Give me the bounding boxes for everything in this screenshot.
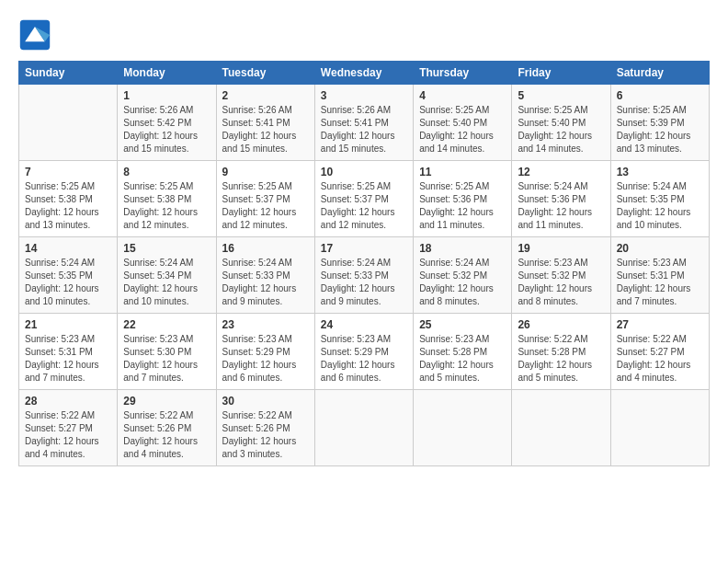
day-info: Sunrise: 5:23 AMSunset: 5:31 PMDaylight:… xyxy=(617,257,703,308)
calendar-day-cell: 13Sunrise: 5:24 AMSunset: 5:35 PMDayligh… xyxy=(610,161,709,237)
calendar-day-cell: 8Sunrise: 5:25 AMSunset: 5:38 PMDaylight… xyxy=(118,161,216,237)
day-number: 16 xyxy=(222,242,309,255)
calendar-day-cell: 5Sunrise: 5:25 AMSunset: 5:40 PMDaylight… xyxy=(512,85,610,161)
day-number: 8 xyxy=(123,166,210,178)
calendar-day-cell: 24Sunrise: 5:23 AMSunset: 5:29 PMDayligh… xyxy=(314,314,413,390)
calendar-day-cell: 6Sunrise: 5:25 AMSunset: 5:39 PMDaylight… xyxy=(610,85,709,161)
calendar-day-cell: 16Sunrise: 5:24 AMSunset: 5:33 PMDayligh… xyxy=(216,237,314,314)
day-info: Sunrise: 5:24 AMSunset: 5:35 PMDaylight:… xyxy=(617,180,703,232)
day-info: Sunrise: 5:25 AMSunset: 5:36 PMDaylight:… xyxy=(419,180,506,232)
day-number: 26 xyxy=(518,318,604,331)
calendar-day-cell: 26Sunrise: 5:22 AMSunset: 5:28 PMDayligh… xyxy=(512,314,610,390)
day-info: Sunrise: 5:25 AMSunset: 5:39 PMDaylight:… xyxy=(617,104,703,155)
day-info: Sunrise: 5:23 AMSunset: 5:30 PMDaylight:… xyxy=(123,333,210,385)
day-info: Sunrise: 5:23 AMSunset: 5:31 PMDaylight:… xyxy=(25,333,111,385)
calendar-day-cell: 22Sunrise: 5:23 AMSunset: 5:30 PMDayligh… xyxy=(118,314,216,390)
day-info: Sunrise: 5:25 AMSunset: 5:37 PMDaylight:… xyxy=(222,180,309,232)
calendar-day-cell xyxy=(610,390,709,466)
calendar-day-cell: 4Sunrise: 5:25 AMSunset: 5:40 PMDaylight… xyxy=(414,85,512,161)
day-info: Sunrise: 5:26 AMSunset: 5:41 PMDaylight:… xyxy=(321,104,407,155)
day-info: Sunrise: 5:24 AMSunset: 5:35 PMDaylight:… xyxy=(25,257,111,308)
day-number: 6 xyxy=(617,89,703,102)
day-info: Sunrise: 5:26 AMSunset: 5:42 PMDaylight:… xyxy=(123,104,210,155)
calendar-body: 1Sunrise: 5:26 AMSunset: 5:42 PMDaylight… xyxy=(19,85,710,466)
day-number: 7 xyxy=(25,166,111,178)
calendar-day-cell: 29Sunrise: 5:22 AMSunset: 5:26 PMDayligh… xyxy=(118,390,216,466)
day-number: 25 xyxy=(419,318,506,331)
calendar-week-row: 7Sunrise: 5:25 AMSunset: 5:38 PMDaylight… xyxy=(19,161,710,237)
day-number: 20 xyxy=(617,242,703,255)
day-info: Sunrise: 5:25 AMSunset: 5:40 PMDaylight:… xyxy=(419,104,506,155)
calendar-day-cell xyxy=(314,390,413,466)
calendar-day-cell: 27Sunrise: 5:22 AMSunset: 5:27 PMDayligh… xyxy=(610,314,709,390)
day-info: Sunrise: 5:22 AMSunset: 5:26 PMDaylight:… xyxy=(222,409,309,461)
weekday-header-row: SundayMondayTuesdayWednesdayThursdayFrid… xyxy=(19,62,710,85)
day-number: 5 xyxy=(518,89,604,102)
day-number: 28 xyxy=(25,395,111,408)
weekday-header-cell: Tuesday xyxy=(216,62,314,85)
day-info: Sunrise: 5:25 AMSunset: 5:38 PMDaylight:… xyxy=(123,180,210,232)
day-number: 30 xyxy=(222,395,309,408)
calendar-day-cell: 21Sunrise: 5:23 AMSunset: 5:31 PMDayligh… xyxy=(19,314,118,390)
day-number: 15 xyxy=(123,242,210,255)
weekday-header-cell: Monday xyxy=(118,62,216,85)
day-info: Sunrise: 5:23 AMSunset: 5:29 PMDaylight:… xyxy=(222,333,309,385)
day-number: 2 xyxy=(222,89,309,102)
day-number: 22 xyxy=(123,318,210,331)
calendar-day-cell: 1Sunrise: 5:26 AMSunset: 5:42 PMDaylight… xyxy=(118,85,216,161)
calendar-day-cell: 7Sunrise: 5:25 AMSunset: 5:38 PMDaylight… xyxy=(19,161,118,237)
logo-icon xyxy=(18,18,51,52)
calendar-day-cell: 30Sunrise: 5:22 AMSunset: 5:26 PMDayligh… xyxy=(216,390,314,466)
day-info: Sunrise: 5:24 AMSunset: 5:36 PMDaylight:… xyxy=(518,180,604,232)
calendar-day-cell: 2Sunrise: 5:26 AMSunset: 5:41 PMDaylight… xyxy=(216,85,314,161)
day-number: 9 xyxy=(222,166,309,178)
calendar-week-row: 28Sunrise: 5:22 AMSunset: 5:27 PMDayligh… xyxy=(19,390,710,466)
calendar-day-cell xyxy=(19,85,118,161)
calendar-week-row: 1Sunrise: 5:26 AMSunset: 5:42 PMDaylight… xyxy=(19,85,710,161)
day-info: Sunrise: 5:22 AMSunset: 5:26 PMDaylight:… xyxy=(123,409,210,461)
day-number: 19 xyxy=(518,242,604,255)
calendar-day-cell xyxy=(414,390,512,466)
calendar-day-cell: 25Sunrise: 5:23 AMSunset: 5:28 PMDayligh… xyxy=(414,314,512,390)
logo xyxy=(18,18,57,52)
weekday-header-cell: Wednesday xyxy=(314,62,413,85)
day-info: Sunrise: 5:24 AMSunset: 5:32 PMDaylight:… xyxy=(419,257,506,308)
day-number: 21 xyxy=(25,318,111,331)
day-number: 13 xyxy=(617,166,703,178)
calendar-day-cell: 15Sunrise: 5:24 AMSunset: 5:34 PMDayligh… xyxy=(118,237,216,314)
day-info: Sunrise: 5:24 AMSunset: 5:33 PMDaylight:… xyxy=(222,257,309,308)
calendar-day-cell: 3Sunrise: 5:26 AMSunset: 5:41 PMDaylight… xyxy=(314,85,413,161)
calendar-day-cell: 19Sunrise: 5:23 AMSunset: 5:32 PMDayligh… xyxy=(512,237,610,314)
calendar-table: SundayMondayTuesdayWednesdayThursdayFrid… xyxy=(18,61,710,466)
day-number: 10 xyxy=(321,166,407,178)
day-info: Sunrise: 5:23 AMSunset: 5:29 PMDaylight:… xyxy=(321,333,407,385)
day-info: Sunrise: 5:24 AMSunset: 5:34 PMDaylight:… xyxy=(123,257,210,308)
calendar-day-cell: 20Sunrise: 5:23 AMSunset: 5:31 PMDayligh… xyxy=(610,237,709,314)
day-info: Sunrise: 5:22 AMSunset: 5:28 PMDaylight:… xyxy=(518,333,604,385)
day-info: Sunrise: 5:23 AMSunset: 5:28 PMDaylight:… xyxy=(419,333,506,385)
day-number: 4 xyxy=(419,89,506,102)
calendar-day-cell xyxy=(512,390,610,466)
calendar-day-cell: 9Sunrise: 5:25 AMSunset: 5:37 PMDaylight… xyxy=(216,161,314,237)
day-number: 11 xyxy=(419,166,506,178)
day-number: 18 xyxy=(419,242,506,255)
day-number: 17 xyxy=(321,242,407,255)
weekday-header-cell: Friday xyxy=(512,62,610,85)
calendar-day-cell: 10Sunrise: 5:25 AMSunset: 5:37 PMDayligh… xyxy=(314,161,413,237)
weekday-header-cell: Saturday xyxy=(610,62,709,85)
day-info: Sunrise: 5:22 AMSunset: 5:27 PMDaylight:… xyxy=(25,409,111,461)
calendar-week-row: 14Sunrise: 5:24 AMSunset: 5:35 PMDayligh… xyxy=(19,237,710,314)
day-info: Sunrise: 5:25 AMSunset: 5:38 PMDaylight:… xyxy=(25,180,111,232)
day-info: Sunrise: 5:24 AMSunset: 5:33 PMDaylight:… xyxy=(321,257,407,308)
day-info: Sunrise: 5:26 AMSunset: 5:41 PMDaylight:… xyxy=(222,104,309,155)
day-number: 29 xyxy=(123,395,210,408)
calendar-day-cell: 11Sunrise: 5:25 AMSunset: 5:36 PMDayligh… xyxy=(414,161,512,237)
day-number: 12 xyxy=(518,166,604,178)
day-info: Sunrise: 5:23 AMSunset: 5:32 PMDaylight:… xyxy=(518,257,604,308)
day-number: 14 xyxy=(25,242,111,255)
day-number: 3 xyxy=(321,89,407,102)
day-number: 23 xyxy=(222,318,309,331)
calendar-day-cell: 17Sunrise: 5:24 AMSunset: 5:33 PMDayligh… xyxy=(314,237,413,314)
weekday-header-cell: Sunday xyxy=(19,62,118,85)
page-header xyxy=(18,18,710,52)
